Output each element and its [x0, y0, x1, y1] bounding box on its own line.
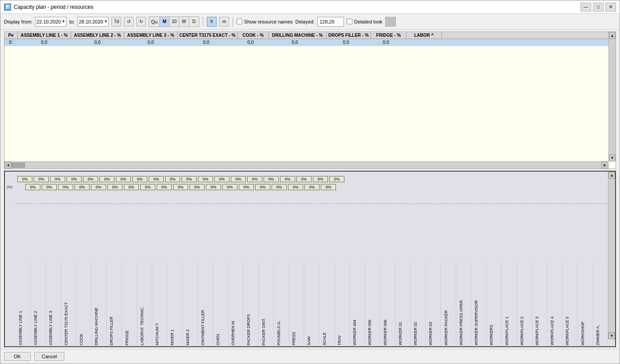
- resource-label-worker01: WORKER 01: [395, 262, 411, 346]
- view-btn-group: Qu M 10 W D: [149, 16, 199, 27]
- show-resource-names-checkbox[interactable]: Show resource names: [237, 19, 292, 24]
- resource-label-worker-packer: WORKER PACKER: [441, 262, 456, 346]
- btn-m[interactable]: m: [219, 17, 229, 27]
- lower-panel: 0% 0% 0% 0% 0% 0% 0% 0% 0% 0% 0% 0% 0%: [4, 171, 616, 347]
- btn-week[interactable]: W: [179, 17, 189, 27]
- resource-label-workplace1: WORKPLACE 1: [502, 262, 517, 346]
- display-from-input[interactable]: 22.10.2020 ▼: [35, 17, 67, 27]
- bar-item: 0%: [239, 184, 254, 190]
- bar-item: 0%: [140, 184, 155, 190]
- bar-item: 0%: [149, 176, 164, 182]
- resource-label-ointment: OINTMENT FILLER: [198, 262, 213, 346]
- bar-item: 0%: [296, 176, 312, 182]
- scroll-down-btn[interactable]: ▼: [609, 154, 616, 161]
- btn-h[interactable]: h: [207, 17, 217, 27]
- bar-item: 0%: [17, 176, 32, 182]
- bars-row-2: 0% 0% 0% 0% 0% 0% 0% 0% 0% 0% 0% 0% 0% 0…: [25, 184, 613, 190]
- btn-day[interactable]: D: [189, 17, 199, 27]
- resource-label-worker03: WORKER 03: [426, 262, 441, 346]
- bars-row-1: 0% 0% 0% 0% 0% 0% 0% 0% 0% 0% 0% 0% 0% 0…: [17, 176, 613, 182]
- cell-drilling: 0,0: [266, 39, 324, 46]
- resource-label-assembly3: ASSEMBLY LINE 3: [46, 262, 61, 346]
- bar-item: 0%: [313, 176, 328, 182]
- y-axis-label: 0%: [7, 185, 12, 189]
- lower-scroll-down[interactable]: ▼: [608, 332, 615, 339]
- col-drilling: DRILLING MACHINE - %: [269, 32, 327, 39]
- bar-item: 0%: [247, 176, 262, 182]
- btn-refresh2[interactable]: ↻: [136, 17, 146, 27]
- scroll-left-btn[interactable]: ◄: [4, 162, 12, 168]
- lower-scroll-track: [608, 179, 615, 332]
- cell-fridge: 0,0: [368, 39, 404, 46]
- bar-item: 0%: [182, 176, 197, 182]
- maximize-button[interactable]: □: [593, 3, 604, 12]
- resource-label-packer-oint: PACKER OINT.: [259, 262, 274, 346]
- color-swatch[interactable]: [385, 17, 396, 27]
- col-assembly2: ASSEMBLY LINE 2 - %: [71, 32, 124, 39]
- resource-label-workplace2: WORKPLACE 2: [517, 262, 532, 346]
- resource-label-workplace4: WORKPLACE 4: [547, 262, 562, 346]
- resource-label-fridge: FRIDGE: [122, 262, 137, 346]
- display-to-input[interactable]: 28.10.2020 ▼: [77, 17, 109, 27]
- cancel-button[interactable]: Cancel: [34, 352, 64, 361]
- cell-drops: 0,0: [324, 39, 368, 46]
- btn-bar-chart[interactable]: M: [160, 17, 170, 27]
- delayed-label: Delayed:: [296, 19, 315, 24]
- table-vscroll[interactable]: ▲ ▼: [608, 32, 616, 161]
- resource-label-mixer2: MIXER 2: [183, 262, 198, 346]
- lower-vscroll[interactable]: ▲ ▼: [608, 172, 615, 339]
- bar-item: 0%: [206, 184, 221, 190]
- scroll-up-btn[interactable]: ▲: [609, 32, 616, 39]
- scroll-right-btn[interactable]: ►: [601, 162, 608, 168]
- resource-label-oven: OVEN: [213, 262, 228, 346]
- scroll-htrack: [12, 162, 601, 168]
- bar-item: 0%: [288, 184, 303, 190]
- resource-label-cook: COOK: [76, 262, 91, 346]
- btn-7d[interactable]: 7d: [111, 17, 121, 27]
- resource-label-drops: DROPS FILLER: [107, 262, 122, 346]
- show-resource-names-label: Show resource names: [244, 19, 292, 24]
- ok-button[interactable]: OK: [4, 352, 31, 361]
- main-window: 📊 Capacity plan - period / resources — □…: [0, 0, 620, 364]
- delayed-value: 128,20: [317, 17, 344, 27]
- col-fridge: FRIDGE - %: [371, 32, 407, 39]
- resource-label-workplace5: WORKPLACE 5: [562, 262, 577, 346]
- bar-item: 0%: [190, 184, 205, 190]
- cell-cook: 0,0: [235, 39, 266, 46]
- bar-item: 0%: [231, 176, 246, 182]
- col-assembly3: ASSEMBLY LINE 3 - %: [124, 32, 178, 39]
- btn-10[interactable]: 10: [170, 17, 179, 27]
- resource-label-mitchum: MITCHUM T.: [152, 262, 167, 346]
- bar-item: 0%: [124, 184, 139, 190]
- btn-grid[interactable]: Qu: [149, 17, 160, 27]
- title-bar-left: 📊 Capacity plan - period / resources: [4, 4, 93, 11]
- display-from-label: Display from:: [4, 19, 32, 24]
- col-labor: LABOR ^: [407, 32, 442, 39]
- lower-scroll-up[interactable]: ▲: [608, 172, 615, 179]
- table-hscroll[interactable]: ◄ ►: [4, 161, 608, 168]
- bar-item: 0%: [42, 184, 57, 190]
- detailed-look-label: Detailed look: [354, 19, 383, 24]
- table-row: 0: 0,0 0,0 0,0 0,0 0,0 0,0 0,0 0,0: [4, 39, 616, 46]
- resource-label-scale: SCALE: [320, 262, 335, 346]
- detailed-look-checkbox[interactable]: Detailed look: [347, 19, 383, 24]
- bar-item: 0%: [50, 176, 65, 182]
- resource-label-packer-drops: PACKER DROPS: [244, 262, 259, 346]
- split-container: Pe ASSEMBLY LINE 1 - % ASSEMBLY LINE 2 -…: [0, 30, 620, 349]
- separator1: [203, 17, 203, 27]
- resource-label-worker-super: WORKER SUPERVISOR: [471, 262, 486, 346]
- bar-item: 0%: [34, 176, 49, 182]
- bar-item: 0%: [321, 184, 336, 190]
- minimize-button[interactable]: —: [581, 3, 591, 12]
- resource-label-saw: SAW: [304, 262, 319, 346]
- detailed-look-input[interactable]: [347, 19, 352, 24]
- cell-labor: [404, 39, 439, 46]
- cell-assembly2: 0,0: [71, 39, 124, 46]
- close-button[interactable]: ✕: [605, 3, 616, 12]
- bar-item: 0%: [173, 184, 188, 190]
- resource-label-workers: WORKERS: [486, 262, 502, 346]
- btn-refresh1[interactable]: ↺: [124, 17, 134, 27]
- resource-label-zimmer: ZIMMER A.: [593, 262, 608, 346]
- bar-item: 0%: [116, 176, 131, 182]
- show-resource-names-input[interactable]: [237, 19, 242, 24]
